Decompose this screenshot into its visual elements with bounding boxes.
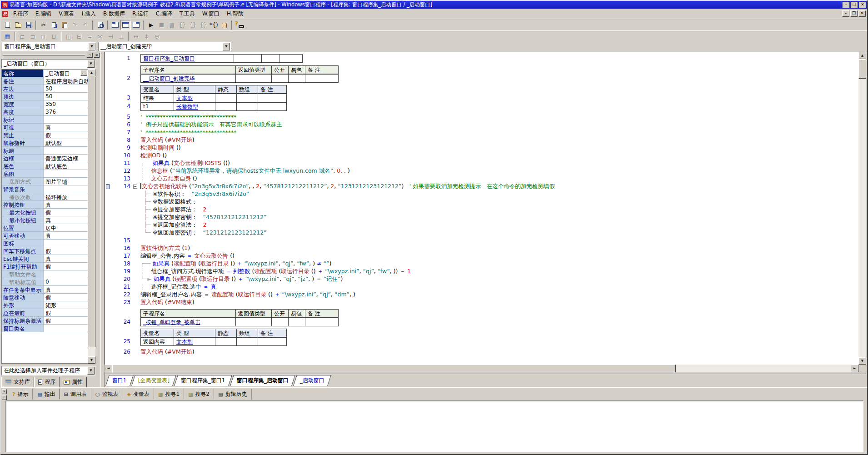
align-left-icon[interactable]: ⊏ [17, 31, 28, 41]
mdi-restore-icon[interactable]: ❐ [850, 10, 858, 17]
editor-tab-_启动窗口[interactable]: _启动窗口 [293, 375, 331, 386]
event-combobox[interactable]: __启动窗口_创建完毕 ▼ [98, 42, 231, 51]
property-value[interactable]: 默认底色 [44, 162, 88, 170]
same-height-icon[interactable]: ⊟ [74, 31, 85, 41]
table-cell[interactable]: 文本型 [174, 94, 215, 102]
code-line[interactable]: 9检测电脑时间 () [105, 144, 858, 152]
property-value[interactable] [44, 240, 88, 247]
center-vert-icon[interactable]: ⊥ [116, 31, 126, 41]
panel-tab-程序[interactable]: 程序 [34, 377, 60, 387]
property-value[interactable]: 350 [44, 100, 88, 108]
event-handler-combobox[interactable]: 在此处选择加入事件处理子程序 ▼ [1, 366, 95, 375]
property-value[interactable]: 真 [44, 201, 88, 209]
hand-icon[interactable] [219, 20, 229, 30]
property-row[interactable]: F1键打开帮助假 [2, 263, 88, 270]
layout-top-icon[interactable] [120, 20, 131, 30]
property-value[interactable]: 真 [44, 255, 88, 263]
table-line[interactable]: 子程序名返回值类型公开易包备 注 [105, 309, 858, 318]
panel-dock-small-icon[interactable]: ▫ [2, 395, 7, 400]
table-header-cell[interactable]: 备 注 [258, 85, 287, 94]
save-icon[interactable] [23, 20, 34, 30]
scroll-down-icon[interactable]: ▼ [88, 356, 95, 364]
property-row[interactable]: 顶边50 [2, 93, 88, 100]
table-header-cell[interactable]: 数组 [236, 329, 258, 337]
code-line[interactable]: 15 [105, 237, 858, 245]
code-line[interactable]: 6' 例子只提供基础的功能演示 有其它需求可以联系群主 [105, 121, 858, 129]
panel-close-small-icon[interactable]: ✕ [2, 389, 7, 394]
layout-right-icon[interactable] [131, 20, 141, 30]
table-header-row[interactable]: 变量名类 型静态数组备 注 [140, 329, 287, 337]
table-cell[interactable] [288, 318, 305, 326]
table-header-cell[interactable]: 返回值类型 [235, 65, 272, 74]
property-row[interactable]: 最小化按钮真 [2, 216, 88, 224]
menu-item[interactable]: T.工具 [176, 9, 199, 19]
property-value[interactable]: 376 [44, 108, 88, 116]
restore-icon[interactable]: ❐ [851, 2, 858, 8]
table-cell[interactable] [215, 337, 237, 346]
code-hint-line[interactable]: ├┄ ※提交加密算法： 2 [105, 206, 858, 214]
property-row[interactable]: 宽度350 [2, 100, 88, 108]
table-cell[interactable]: 结果 [140, 94, 174, 102]
property-row[interactable]: 窗口类名 [2, 325, 88, 332]
space-vert-icon[interactable]: ⋈ [95, 31, 105, 41]
property-value[interactable]: 矩形 [44, 301, 88, 309]
center-horz-icon[interactable]: ⊣ [105, 31, 116, 41]
property-row[interactable]: 名称_启动窗口… [2, 70, 88, 77]
new-icon[interactable] [2, 20, 13, 30]
redo-icon[interactable]: ↷ [70, 20, 80, 30]
property-row[interactable]: 位置居中 [2, 224, 88, 232]
scroll-left-icon[interactable]: ◄ [105, 365, 112, 372]
table-header-cell[interactable]: 类 型 [174, 85, 215, 94]
code-area[interactable]: 1窗口程序集_启动窗口子程序名返回值类型公开易包备 注2__启动窗口_创建完毕变… [105, 52, 858, 365]
run-icon[interactable]: ▶ [146, 20, 156, 30]
property-row[interactable]: 鼠标指针默认型 [2, 139, 88, 147]
table-cell[interactable]: _按钮_单码登录_被单击 [140, 318, 236, 326]
code-hint-line[interactable]: ├┄ ※提交加密密钥： “4578121212211212” [105, 214, 858, 221]
editor-tab-窗口1[interactable]: 窗口1 [105, 375, 133, 386]
menu-item[interactable]: F.程序 [10, 9, 32, 19]
table-cell[interactable]: __启动窗口_创建完毕 [140, 74, 236, 83]
mdi-minimize-icon[interactable]: – [842, 10, 849, 17]
property-value[interactable]: 0 [44, 278, 88, 286]
table-cell[interactable] [305, 74, 339, 83]
table-cell[interactable]: t1 [140, 102, 174, 111]
editor-horizontal-scrollbar[interactable]: ◄ ► [105, 365, 858, 372]
scrollbar-thumb[interactable] [88, 77, 95, 347]
property-value[interactable]: 在程序启动后自动 [44, 77, 88, 85]
table-cell[interactable] [215, 102, 237, 111]
table-header-cell[interactable]: 静态 [215, 329, 237, 337]
scroll-right-icon[interactable]: ► [851, 365, 858, 372]
fold-collapse-icon[interactable]: − [133, 185, 137, 189]
code-line[interactable]: 26置入代码 (#VM开始) [105, 348, 858, 356]
chevron-down-icon[interactable]: ▼ [87, 367, 95, 375]
table-header-cell[interactable]: 公开 [271, 65, 289, 74]
table-line[interactable]: 24_按钮_单码登录_被单击 [105, 318, 858, 326]
module-combobox[interactable]: 窗口程序集_启动窗口 ▼ [2, 42, 96, 51]
table-cell[interactable]: 文本型 [174, 337, 215, 346]
table-header-cell[interactable]: 公开 [271, 309, 289, 318]
code-hint-line[interactable]: ├┄ ※数据返回格式： [105, 198, 858, 206]
property-row[interactable]: 播放次数循环播放 [2, 193, 88, 201]
panel-close-icon[interactable]: ✕ [94, 53, 100, 58]
bottom-tab-监视表[interactable]: ○监视表 [91, 389, 123, 400]
property-row[interactable]: 保持标题条激活假 [2, 317, 88, 325]
property-row[interactable]: 回车下移焦点假 [2, 247, 88, 255]
find-icon[interactable] [95, 20, 105, 30]
same-width-icon[interactable]: ◫ [64, 31, 74, 41]
table-line[interactable]: 4t1长整数型 [105, 102, 858, 111]
table-line[interactable]: 2__启动窗口_创建完毕 [105, 74, 858, 83]
property-row[interactable]: 图标 [2, 240, 88, 247]
menu-item[interactable]: B.数据库 [100, 9, 129, 19]
property-row[interactable]: 帮助文件名 [2, 270, 88, 278]
table-line[interactable]: 变量名类 型静态数组备 注 [105, 85, 858, 94]
property-row[interactable]: 底色默认底色 [2, 162, 88, 170]
table-row[interactable]: 结果文本型 [140, 94, 287, 102]
property-row[interactable]: 外形矩形 [2, 301, 88, 309]
menu-item[interactable]: R.运行 [129, 9, 152, 19]
code-line[interactable]: 8置入代码 (#VM开始) [105, 136, 858, 144]
property-row[interactable]: 控制按钮真 [2, 201, 88, 209]
scrollbar-thumb[interactable] [858, 60, 866, 79]
code-line[interactable]: 7' ******************************** [105, 129, 858, 136]
panel-grip[interactable] [3, 55, 85, 56]
property-value[interactable]: 真 [44, 216, 88, 224]
